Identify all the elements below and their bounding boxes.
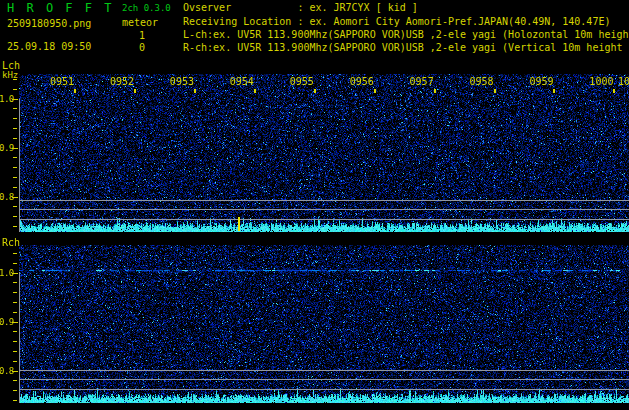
frequency-tick-label: 0.9 bbox=[0, 144, 14, 153]
rch-receiver-info: R-ch:ex. UV5R 113.900Mhz(SAPPORO VOR)USB… bbox=[183, 43, 629, 53]
minor-frequency-tick bbox=[13, 390, 17, 391]
time-tick-label: 0955 bbox=[290, 77, 314, 87]
lch-receiver-info: L-ch:ex. UV5R 113.900Mhz(SAPPORO VOR)USB… bbox=[183, 30, 629, 40]
time-tick-label: 0952 bbox=[110, 77, 134, 87]
minor-frequency-tick bbox=[13, 351, 17, 352]
minor-frequency-tick bbox=[13, 292, 17, 293]
minor-frequency-tick bbox=[13, 331, 17, 332]
lch-spectrogram: 0951095209530954095509560957095809591000… bbox=[19, 74, 629, 232]
signal-level-reference-line bbox=[19, 219, 629, 220]
minor-frequency-tick bbox=[13, 108, 17, 109]
minor-frequency-tick bbox=[13, 341, 17, 342]
minor-frequency-tick bbox=[13, 226, 17, 227]
signal-level-reference-line bbox=[19, 200, 629, 201]
time-tick-label: 0957 bbox=[410, 77, 434, 87]
frequency-tick-label: 0.8 bbox=[0, 367, 14, 376]
hrofft-output-screen: H R O F F T 2ch 0.3.0 2509180950.png met… bbox=[0, 0, 629, 410]
signal-level-reference-line bbox=[19, 209, 629, 210]
minor-frequency-tick bbox=[13, 167, 17, 168]
frequency-tick-label: 0.9 bbox=[0, 318, 14, 327]
time-tick-label: 0953 bbox=[170, 77, 194, 87]
meteor-count-lch: 1 bbox=[136, 31, 148, 41]
time-tick-label: 1000 bbox=[589, 77, 613, 87]
time-tick-label: 0951 bbox=[50, 77, 74, 87]
minor-frequency-tick bbox=[13, 89, 17, 90]
meteor-echo-marker bbox=[238, 217, 240, 231]
output-filename: 2509180950.png bbox=[7, 19, 91, 29]
minor-frequency-tick bbox=[13, 282, 17, 283]
minor-frequency-tick bbox=[13, 79, 17, 80]
minor-frequency-tick bbox=[13, 138, 17, 139]
time-tick-mark bbox=[134, 89, 136, 93]
rch-spectrogram bbox=[19, 245, 629, 403]
time-tick-mark bbox=[494, 89, 496, 93]
time-tick-label-partial: 10 bbox=[618, 77, 629, 87]
time-tick-label: 0954 bbox=[230, 77, 254, 87]
app-title: H R O F F T bbox=[7, 2, 114, 14]
meteor-count-rch: 0 bbox=[136, 43, 148, 53]
signal-level-reference-line bbox=[19, 389, 629, 390]
minor-frequency-tick bbox=[13, 400, 17, 401]
minor-frequency-tick bbox=[13, 206, 17, 207]
minor-frequency-tick bbox=[13, 361, 17, 362]
time-tick-mark bbox=[613, 89, 615, 93]
minor-frequency-tick bbox=[13, 128, 17, 129]
minor-frequency-tick bbox=[13, 157, 17, 158]
app-version: 2ch 0.3.0 bbox=[122, 4, 171, 13]
time-tick-mark bbox=[254, 89, 256, 93]
minor-frequency-tick bbox=[13, 253, 17, 254]
time-tick-mark bbox=[194, 89, 196, 93]
rch-axis-title: Rch bbox=[2, 238, 20, 248]
observer-info: Ovserver : ex. JR7CYX [ kid ] bbox=[183, 3, 418, 13]
receiving-location-info: Receiving Location : ex. Aomori City Aom… bbox=[183, 17, 610, 27]
minor-frequency-tick bbox=[13, 118, 17, 119]
time-tick-mark bbox=[314, 89, 316, 93]
frequency-tick-label: 1.0 bbox=[0, 269, 14, 278]
minor-frequency-tick bbox=[13, 216, 17, 217]
time-tick-mark bbox=[374, 89, 376, 93]
signal-level-reference-line bbox=[19, 370, 629, 371]
time-tick-mark bbox=[553, 89, 555, 93]
minor-frequency-tick bbox=[13, 187, 17, 188]
time-tick-label: 0959 bbox=[529, 77, 553, 87]
time-tick-label: 0958 bbox=[470, 77, 494, 87]
time-tick-mark bbox=[74, 89, 76, 93]
meteor-count-label: meteor bbox=[122, 18, 158, 28]
signal-level-reference-line bbox=[19, 379, 629, 380]
time-tick-mark bbox=[434, 89, 436, 93]
time-tick-label: 0956 bbox=[350, 77, 374, 87]
observation-datetime: 25.09.18 09:50 bbox=[7, 42, 91, 52]
frequency-tick-label: 0.8 bbox=[0, 193, 14, 202]
minor-frequency-tick bbox=[13, 263, 17, 264]
minor-frequency-tick bbox=[13, 302, 17, 303]
frequency-tick-label: 1.0 bbox=[0, 95, 14, 104]
minor-frequency-tick bbox=[13, 312, 17, 313]
minor-frequency-tick bbox=[13, 177, 17, 178]
plot-left-border bbox=[19, 99, 20, 232]
minor-frequency-tick bbox=[13, 380, 17, 381]
plot-left-border bbox=[19, 272, 20, 403]
